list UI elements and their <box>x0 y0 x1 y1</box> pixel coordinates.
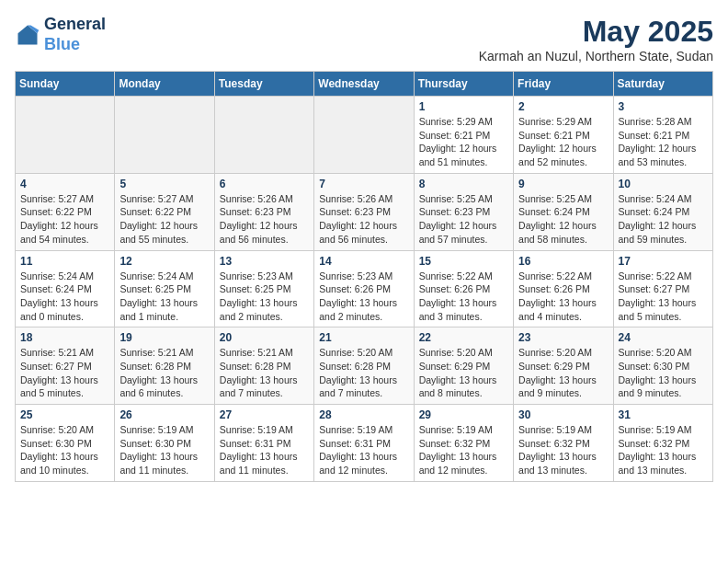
logo-icon <box>15 22 40 48</box>
calendar-day: 24Sunrise: 5:20 AMSunset: 6:30 PMDayligh… <box>613 327 712 405</box>
day-number: 14 <box>319 255 408 268</box>
day-info: Sunrise: 5:20 AMSunset: 6:29 PMDaylight:… <box>518 346 608 400</box>
day-info: Sunrise: 5:19 AMSunset: 6:31 PMDaylight:… <box>220 423 309 477</box>
calendar-day: 28Sunrise: 5:19 AMSunset: 6:31 PMDayligh… <box>314 405 414 482</box>
day-info: Sunrise: 5:27 AMSunset: 6:22 PMDaylight:… <box>20 192 109 247</box>
column-header-thursday: Thursday <box>414 72 513 97</box>
calendar-day: 21Sunrise: 5:20 AMSunset: 6:28 PMDayligh… <box>314 327 414 405</box>
calendar-day: 2Sunrise: 5:29 AMSunset: 6:21 PMDaylight… <box>514 97 613 174</box>
day-number: 11 <box>20 255 109 268</box>
calendar-week-row: 4Sunrise: 5:27 AMSunset: 6:22 PMDaylight… <box>16 173 713 250</box>
calendar-day: 4Sunrise: 5:27 AMSunset: 6:22 PMDaylight… <box>16 173 115 250</box>
day-number: 30 <box>518 408 608 421</box>
day-number: 7 <box>319 178 408 190</box>
day-number: 18 <box>20 331 109 344</box>
column-header-friday: Friday <box>514 72 613 97</box>
column-header-tuesday: Tuesday <box>214 72 313 97</box>
day-number: 9 <box>518 178 608 190</box>
day-number: 8 <box>419 178 508 190</box>
calendar-week-row: 18Sunrise: 5:21 AMSunset: 6:27 PMDayligh… <box>16 327 713 405</box>
calendar-day: 8Sunrise: 5:25 AMSunset: 6:23 PMDaylight… <box>414 173 513 250</box>
day-info: Sunrise: 5:25 AMSunset: 6:24 PMDaylight:… <box>518 192 608 247</box>
calendar-day: 30Sunrise: 5:19 AMSunset: 6:32 PMDayligh… <box>514 405 613 482</box>
page-header: General Blue May 2025 Karmah an Nuzul, N… <box>15 15 713 63</box>
calendar-day: 14Sunrise: 5:23 AMSunset: 6:26 PMDayligh… <box>314 250 414 327</box>
calendar-day: 17Sunrise: 5:22 AMSunset: 6:27 PMDayligh… <box>613 250 712 327</box>
calendar-day: 20Sunrise: 5:21 AMSunset: 6:28 PMDayligh… <box>214 327 313 405</box>
day-number: 19 <box>119 331 209 344</box>
calendar-day: 23Sunrise: 5:20 AMSunset: 6:29 PMDayligh… <box>514 327 613 405</box>
calendar-day: 1Sunrise: 5:29 AMSunset: 6:21 PMDaylight… <box>414 97 513 174</box>
day-info: Sunrise: 5:22 AMSunset: 6:26 PMDaylight:… <box>518 270 608 324</box>
day-info: Sunrise: 5:21 AMSunset: 6:28 PMDaylight:… <box>119 346 209 400</box>
calendar-day: 9Sunrise: 5:25 AMSunset: 6:24 PMDaylight… <box>514 173 613 250</box>
calendar-day: 22Sunrise: 5:20 AMSunset: 6:29 PMDayligh… <box>414 327 513 405</box>
column-header-monday: Monday <box>115 72 214 97</box>
day-info: Sunrise: 5:20 AMSunset: 6:30 PMDaylight:… <box>619 346 708 400</box>
day-number: 12 <box>119 255 209 268</box>
day-info: Sunrise: 5:24 AMSunset: 6:24 PMDaylight:… <box>20 270 109 324</box>
day-number: 13 <box>220 255 309 268</box>
day-info: Sunrise: 5:19 AMSunset: 6:32 PMDaylight:… <box>518 423 608 477</box>
calendar-header-row: SundayMondayTuesdayWednesdayThursdayFrid… <box>16 72 713 97</box>
day-info: Sunrise: 5:27 AMSunset: 6:22 PMDaylight:… <box>119 192 209 247</box>
day-number: 21 <box>319 331 408 344</box>
calendar-day: 27Sunrise: 5:19 AMSunset: 6:31 PMDayligh… <box>214 405 313 482</box>
column-header-wednesday: Wednesday <box>314 72 414 97</box>
day-number: 20 <box>220 331 309 344</box>
day-info: Sunrise: 5:29 AMSunset: 6:21 PMDaylight:… <box>419 115 508 169</box>
day-info: Sunrise: 5:23 AMSunset: 6:26 PMDaylight:… <box>319 270 408 324</box>
calendar-day: 13Sunrise: 5:23 AMSunset: 6:25 PMDayligh… <box>214 250 313 327</box>
day-number: 3 <box>619 100 708 113</box>
day-info: Sunrise: 5:22 AMSunset: 6:26 PMDaylight:… <box>419 270 508 324</box>
calendar-day: 10Sunrise: 5:24 AMSunset: 6:24 PMDayligh… <box>613 173 712 250</box>
day-number: 24 <box>619 331 708 344</box>
day-number: 6 <box>220 178 309 190</box>
calendar-day: 6Sunrise: 5:26 AMSunset: 6:23 PMDaylight… <box>214 173 313 250</box>
day-info: Sunrise: 5:20 AMSunset: 6:28 PMDaylight:… <box>319 346 408 400</box>
calendar-day: 7Sunrise: 5:26 AMSunset: 6:23 PMDaylight… <box>314 173 414 250</box>
day-number: 5 <box>119 178 209 190</box>
day-number: 15 <box>419 255 508 268</box>
day-number: 2 <box>518 100 608 113</box>
calendar-week-row: 25Sunrise: 5:20 AMSunset: 6:30 PMDayligh… <box>16 405 713 482</box>
calendar-day <box>16 97 115 174</box>
day-info: Sunrise: 5:25 AMSunset: 6:23 PMDaylight:… <box>419 192 508 247</box>
day-info: Sunrise: 5:20 AMSunset: 6:30 PMDaylight:… <box>20 423 109 477</box>
day-number: 16 <box>518 255 608 268</box>
calendar-day: 15Sunrise: 5:22 AMSunset: 6:26 PMDayligh… <box>414 250 513 327</box>
day-info: Sunrise: 5:24 AMSunset: 6:25 PMDaylight:… <box>119 270 209 324</box>
calendar-day: 11Sunrise: 5:24 AMSunset: 6:24 PMDayligh… <box>16 250 115 327</box>
day-number: 26 <box>119 408 209 421</box>
calendar-day: 18Sunrise: 5:21 AMSunset: 6:27 PMDayligh… <box>16 327 115 405</box>
calendar-day <box>115 97 214 174</box>
day-number: 29 <box>419 408 508 421</box>
calendar-day <box>214 97 313 174</box>
day-info: Sunrise: 5:20 AMSunset: 6:29 PMDaylight:… <box>419 346 508 400</box>
day-number: 17 <box>619 255 708 268</box>
calendar-day <box>314 97 414 174</box>
day-number: 23 <box>518 331 608 344</box>
day-info: Sunrise: 5:26 AMSunset: 6:23 PMDaylight:… <box>319 192 408 247</box>
day-info: Sunrise: 5:19 AMSunset: 6:30 PMDaylight:… <box>119 423 209 477</box>
day-number: 25 <box>20 408 109 421</box>
day-number: 4 <box>20 178 109 190</box>
day-info: Sunrise: 5:29 AMSunset: 6:21 PMDaylight:… <box>518 115 608 169</box>
calendar-week-row: 11Sunrise: 5:24 AMSunset: 6:24 PMDayligh… <box>16 250 713 327</box>
day-info: Sunrise: 5:24 AMSunset: 6:24 PMDaylight:… <box>619 192 708 247</box>
calendar-week-row: 1Sunrise: 5:29 AMSunset: 6:21 PMDaylight… <box>16 97 713 174</box>
day-number: 27 <box>220 408 309 421</box>
column-header-sunday: Sunday <box>16 72 115 97</box>
day-info: Sunrise: 5:19 AMSunset: 6:32 PMDaylight:… <box>419 423 508 477</box>
title-block: May 2025 Karmah an Nuzul, Northern State… <box>479 15 713 63</box>
day-number: 31 <box>619 408 708 421</box>
calendar-day: 26Sunrise: 5:19 AMSunset: 6:30 PMDayligh… <box>115 405 214 482</box>
day-info: Sunrise: 5:21 AMSunset: 6:27 PMDaylight:… <box>20 346 109 400</box>
day-info: Sunrise: 5:21 AMSunset: 6:28 PMDaylight:… <box>220 346 309 400</box>
calendar-day: 16Sunrise: 5:22 AMSunset: 6:26 PMDayligh… <box>514 250 613 327</box>
day-info: Sunrise: 5:26 AMSunset: 6:23 PMDaylight:… <box>220 192 309 247</box>
calendar-day: 19Sunrise: 5:21 AMSunset: 6:28 PMDayligh… <box>115 327 214 405</box>
day-number: 28 <box>319 408 408 421</box>
calendar-day: 25Sunrise: 5:20 AMSunset: 6:30 PMDayligh… <box>16 405 115 482</box>
calendar-day: 12Sunrise: 5:24 AMSunset: 6:25 PMDayligh… <box>115 250 214 327</box>
